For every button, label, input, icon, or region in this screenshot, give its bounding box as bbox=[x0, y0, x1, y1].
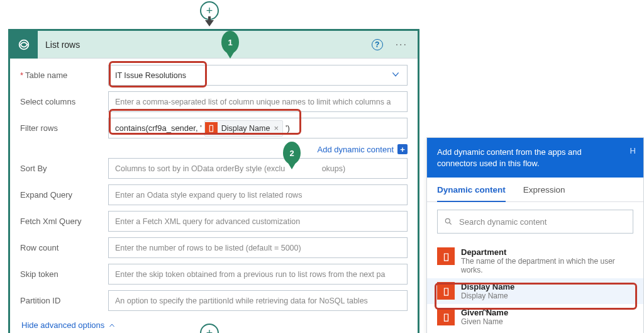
chevron-up-icon bbox=[108, 322, 116, 329]
filter-suffix: ') bbox=[286, 123, 290, 133]
office-icon: ⌷ bbox=[437, 247, 455, 265]
fetch-xml-label: Fetch Xml Query bbox=[20, 217, 108, 226]
expand-query-label: Expand Query bbox=[20, 190, 108, 200]
chevron-down-icon bbox=[391, 69, 401, 81]
row-count-input[interactable]: Enter the number of rows to be listed (d… bbox=[108, 237, 408, 258]
card-header[interactable]: List rows ? ··· bbox=[10, 31, 418, 59]
table-name-value: IT Issue Resolutions bbox=[115, 71, 186, 80]
dataverse-icon bbox=[10, 31, 38, 59]
table-name-label: Table name bbox=[20, 71, 108, 80]
panel-intro: Add dynamic content from the apps and co… bbox=[427, 138, 643, 178]
select-columns-input[interactable]: Enter a comma-separated list of column u… bbox=[108, 91, 408, 112]
card-title: List rows bbox=[38, 40, 372, 50]
tab-dynamic-content[interactable]: Dynamic content bbox=[437, 178, 506, 202]
select-columns-label: Select columns bbox=[20, 97, 108, 106]
dc-item-department[interactable]: ⌷ Department The name of the department … bbox=[427, 244, 643, 278]
expand-query-input[interactable]: Enter an Odata style expand query to lis… bbox=[108, 184, 408, 205]
filter-rows-label: Filter rows bbox=[20, 123, 108, 133]
sort-by-label: Sort By bbox=[20, 164, 108, 173]
dynamic-content-panel: Add dynamic content from the apps and co… bbox=[426, 137, 644, 333]
annotation-badge-1: 1 bbox=[221, 31, 239, 54]
plus-icon: + bbox=[397, 144, 408, 154]
more-menu-button[interactable]: ··· bbox=[396, 39, 408, 50]
remove-token-button[interactable]: × bbox=[274, 123, 279, 133]
partition-id-input[interactable]: An option to specify the partitionId whi… bbox=[108, 290, 408, 311]
panel-hide-link[interactable]: H bbox=[630, 145, 636, 157]
arrow-down-icon bbox=[205, 20, 214, 26]
row-count-label: Row count bbox=[20, 243, 108, 252]
add-dynamic-content-link[interactable]: Add dynamic content + bbox=[20, 144, 408, 154]
office-icon: ⌷ bbox=[437, 308, 455, 325]
panel-tabs: Dynamic content Expression bbox=[427, 178, 643, 202]
tab-expression[interactable]: Expression bbox=[523, 178, 565, 201]
sort-by-input[interactable]: Columns to sort by in OData orderBy styl… bbox=[108, 158, 408, 179]
search-icon bbox=[444, 217, 453, 226]
select-columns-placeholder: Enter a comma-separated list of column u… bbox=[115, 98, 391, 106]
dynamic-token-display-name[interactable]: ⌷ Display Name × bbox=[204, 120, 283, 137]
filter-prefix: contains(crf9a_sender, ' bbox=[115, 123, 202, 133]
help-icon[interactable]: ? bbox=[372, 39, 383, 50]
filter-rows-input[interactable]: contains(crf9a_sender, ' ⌷ Display Name … bbox=[108, 118, 408, 138]
annotation-badge-2: 2 bbox=[283, 142, 301, 164]
dc-item-given-name[interactable]: ⌷ Given Name Given Name bbox=[427, 304, 643, 330]
partition-id-label: Partition ID bbox=[20, 296, 108, 305]
search-dynamic-content-input[interactable]: Search dynamic content bbox=[437, 210, 633, 234]
dc-item-display-name[interactable]: ⌷ Display Name Display Name bbox=[427, 278, 643, 304]
office-icon: ⌷ bbox=[205, 122, 218, 135]
token-label: Display Name bbox=[221, 124, 270, 133]
list-rows-card: List rows ? ··· Table name IT Issue Reso… bbox=[8, 29, 419, 333]
skip-token-input[interactable]: Enter the skip token obtained from a pre… bbox=[108, 264, 408, 285]
office-icon: ⌷ bbox=[437, 282, 455, 300]
fetch-xml-input[interactable]: Enter a Fetch XML query for advanced cus… bbox=[108, 211, 408, 232]
table-name-select[interactable]: IT Issue Resolutions bbox=[108, 65, 408, 86]
skip-token-label: Skip token bbox=[20, 269, 108, 279]
svg-point-1 bbox=[445, 218, 450, 223]
svg-line-2 bbox=[450, 223, 452, 225]
dynamic-content-list: ⌷ Department The name of the department … bbox=[427, 241, 643, 333]
